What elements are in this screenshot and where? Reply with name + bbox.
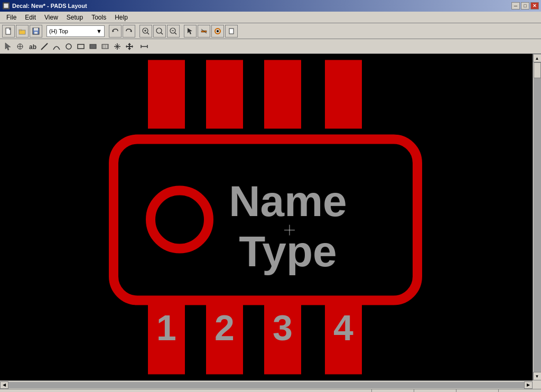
status-bar: Create a fixed, or non-poured, copper ou… [0, 389, 541, 392]
separator-4 [181, 25, 183, 38]
rect-tool[interactable] [75, 41, 87, 52]
scroll-down-button[interactable]: ▼ [533, 372, 542, 380]
main-area: Name Type 1 2 3 4 ▲ ▼ [0, 54, 541, 380]
svg-rect-23 [230, 28, 232, 29]
close-button[interactable]: ✕ [530, 2, 539, 10]
svg-rect-2 [19, 30, 22, 31]
title-bar-left: 🔲 Decal: New* - PADS Layout [2, 2, 87, 10]
svg-line-16 [175, 33, 176, 34]
svg-point-30 [66, 44, 71, 49]
toolbar-1: (H) Top ▼ [0, 23, 541, 39]
fill-tool[interactable] [87, 41, 99, 52]
menu-help[interactable]: Help [110, 13, 132, 22]
bottom-bar: ◀ ▶ [0, 380, 541, 389]
select-button[interactable] [184, 25, 197, 38]
scroll-up-button[interactable]: ▲ [533, 54, 542, 62]
title-bar-controls: ─ □ ✕ [511, 2, 539, 10]
copper-button[interactable] [198, 25, 210, 38]
scrollbar-corner [533, 380, 541, 389]
app-icon: 🔲 [2, 2, 10, 10]
separator-3 [136, 25, 138, 38]
svg-marker-17 [188, 28, 192, 34]
svg-rect-31 [78, 44, 84, 49]
snap-tool[interactable] [14, 41, 26, 52]
scroll-track-horizontal[interactable] [8, 382, 524, 388]
scrollbar-horizontal[interactable]: ◀ ▶ [0, 380, 533, 389]
svg-line-29 [41, 43, 48, 50]
dropdown-arrow: ▼ [96, 28, 102, 34]
cross-tool[interactable] [111, 41, 123, 52]
menu-edit[interactable]: Edit [21, 13, 40, 22]
move-tool[interactable] [124, 41, 135, 52]
svg-text:2: 2 [214, 307, 235, 348]
arc-tool[interactable] [51, 41, 62, 52]
measure-tool[interactable] [138, 41, 150, 52]
cursor-tool[interactable] [2, 41, 14, 52]
status-message: Create a fixed, or non-poured, copper ou… [0, 389, 372, 392]
via-button[interactable] [211, 25, 224, 38]
separator-2 [106, 25, 108, 38]
text-tool[interactable]: ab [26, 41, 38, 52]
svg-point-12 [156, 28, 162, 33]
status-grid: G:0.1 0.1 [414, 389, 456, 392]
toolbar-2: ab [0, 39, 541, 54]
scrollbar-vertical[interactable]: ▲ ▼ [533, 54, 541, 380]
zoom-out-button[interactable] [167, 25, 180, 38]
svg-rect-4 [34, 28, 38, 31]
paste-button[interactable] [225, 25, 238, 38]
svg-text:4: 4 [333, 307, 353, 348]
svg-rect-46 [148, 60, 185, 129]
hatch-tool[interactable] [99, 41, 111, 52]
scroll-thumb-vertical[interactable] [534, 62, 541, 78]
layer-label: (H) Top [49, 28, 68, 34]
menu-tools[interactable]: Tools [87, 13, 110, 22]
svg-line-11 [147, 33, 149, 34]
menu-view[interactable]: View [40, 13, 62, 22]
scroll-left-button[interactable]: ◀ [0, 381, 8, 389]
svg-text:Name: Name [229, 177, 347, 225]
pcb-svg: Name Type 1 2 3 4 [0, 54, 533, 380]
scroll-right-button[interactable]: ▶ [524, 381, 533, 389]
scroll-track-vertical[interactable] [534, 62, 541, 372]
svg-rect-5 [34, 32, 38, 34]
svg-marker-24 [5, 43, 11, 50]
svg-rect-49 [325, 60, 362, 129]
save-button[interactable] [30, 25, 42, 38]
svg-text:Type: Type [239, 227, 337, 275]
svg-text:ab: ab [29, 43, 36, 51]
zoom-area-button[interactable] [153, 25, 166, 38]
pcb-canvas-area[interactable]: Name Type 1 2 3 4 [0, 54, 533, 380]
redo-button[interactable] [123, 25, 135, 38]
undo-button[interactable] [109, 25, 122, 38]
svg-rect-22 [229, 29, 234, 34]
svg-text:1: 1 [156, 307, 176, 348]
line-tool[interactable] [39, 41, 50, 52]
minimize-button[interactable]: ─ [511, 2, 520, 10]
svg-marker-7 [130, 30, 132, 32]
menu-setup[interactable]: Setup [62, 13, 87, 22]
title-text: Decal: New* - PADS Layout [12, 3, 87, 9]
svg-text:3: 3 [273, 307, 293, 348]
status-coord-x: -4.9 [456, 389, 499, 392]
svg-rect-48 [264, 60, 301, 129]
menu-file[interactable]: File [2, 13, 21, 22]
svg-line-13 [161, 33, 163, 34]
zoom-in-button[interactable] [139, 25, 152, 38]
svg-marker-41 [126, 43, 133, 50]
svg-marker-6 [113, 30, 114, 32]
new-button[interactable] [2, 25, 15, 38]
svg-rect-32 [90, 44, 96, 49]
svg-rect-47 [206, 60, 243, 129]
title-bar: 🔲 Decal: New* - PADS Layout ─ □ ✕ [0, 0, 541, 12]
circle-tool[interactable] [63, 41, 74, 52]
status-width: W:0.254 [372, 389, 414, 392]
status-coord-y: 2.5 [499, 389, 541, 392]
open-button[interactable] [16, 25, 29, 38]
menu-bar: File Edit View Setup Tools Help [0, 12, 541, 23]
restore-button[interactable]: □ [521, 2, 529, 10]
layer-dropdown[interactable]: (H) Top ▼ [46, 25, 105, 37]
svg-point-21 [217, 30, 219, 32]
separator-1 [43, 25, 45, 38]
